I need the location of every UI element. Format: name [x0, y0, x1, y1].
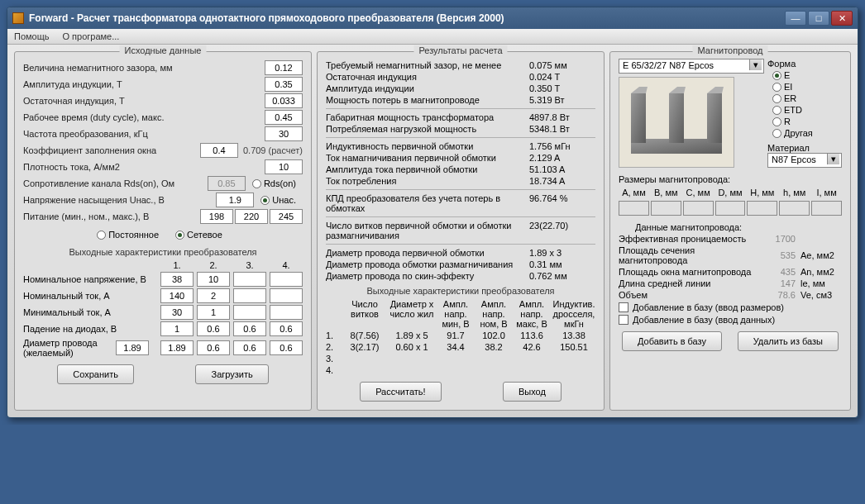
material-label: Материал — [767, 143, 842, 153]
save-button[interactable]: Сохранить — [57, 364, 134, 384]
out-cell-2-2 — [389, 354, 435, 364]
input-gap[interactable] — [265, 60, 303, 75]
input-dwire-pre[interactable] — [116, 340, 149, 355]
radio-rdson[interactable]: Rds(on) — [252, 178, 296, 188]
svg-rect-1 — [631, 93, 646, 143]
out-th-6: Индуктив. дросселя, мкГн — [552, 299, 595, 329]
input-vnom-2[interactable] — [197, 272, 230, 287]
input-inom-1[interactable] — [160, 288, 194, 303]
input-usat[interactable] — [216, 193, 254, 207]
input-imin-4[interactable] — [270, 305, 303, 320]
dims-label: Размеры магнитопровода: — [619, 174, 842, 184]
maximize-button[interactable]: □ — [808, 11, 829, 26]
core-image — [619, 77, 734, 168]
input-duty[interactable] — [265, 110, 303, 125]
chk-add-dims[interactable]: Добавление в базу (ввод размеров) — [619, 302, 842, 312]
result-label-r13: Диаметр провода первичной обмотки — [326, 248, 529, 258]
svg-marker-5 — [669, 87, 686, 93]
radio-form-e[interactable]: E — [772, 70, 835, 80]
result-val-r3: 0.350 T — [529, 83, 595, 93]
minimize-button[interactable]: — — [785, 11, 806, 26]
radio-form-etd[interactable]: ETD — [772, 105, 835, 115]
input-dwire-3[interactable] — [233, 340, 266, 355]
input-ampl[interactable] — [265, 77, 303, 92]
label-supply: Питание (мин., ном., макс.), В — [23, 212, 200, 221]
result-label-r6: Потребляемая нагрузкой мощность — [326, 124, 529, 134]
input-inom-4[interactable] — [270, 288, 303, 303]
result-val-r11: 96.764 % — [529, 193, 595, 213]
del-db-button[interactable]: Удалить из базы — [738, 331, 839, 351]
result-label-r1: Требуемый немагнитный зазор, не менее — [326, 60, 529, 70]
out-th-2: Диаметр x число жил — [389, 299, 435, 329]
out-col-1: 1. — [160, 260, 194, 270]
out-cell-1-5: 42.6 — [514, 342, 549, 352]
result-val-r15: 0.762 мм — [529, 271, 595, 281]
radio-form-r[interactable]: R — [772, 116, 835, 126]
exit-button[interactable]: Выход — [503, 382, 562, 402]
result-val-r9: 51.103 A — [529, 164, 595, 174]
radio-ac[interactable]: Сетевое — [175, 230, 222, 240]
result-label-r10: Ток потребления — [326, 176, 529, 186]
panel-results: Результаты расчета Требуемый немагнитный… — [317, 51, 605, 411]
input-vdrop-2[interactable] — [197, 321, 230, 336]
out-cell-3-6 — [552, 365, 595, 375]
input-fill[interactable] — [200, 143, 238, 158]
menu-about[interactable]: О програме... — [63, 31, 120, 41]
result-label-r8: Ток намагничивания первичной обмотки — [326, 153, 529, 163]
result-val-r7: 1.756 мГн — [529, 141, 595, 151]
close-button[interactable]: ✕ — [831, 11, 853, 26]
radio-usat[interactable]: Uнас. — [260, 195, 296, 205]
out-cell-3-4 — [476, 365, 511, 375]
input-supply-max[interactable] — [270, 209, 303, 224]
out-cell-1-0: 2. — [326, 342, 341, 352]
chk-add-data[interactable]: Добавление в базу (ввод данных) — [619, 315, 842, 325]
titlebar[interactable]: Forward - Расчет трансформатора однотакт… — [7, 7, 858, 29]
add-db-button[interactable]: Добавить в базу — [622, 331, 722, 351]
load-button[interactable]: Загрузить — [195, 364, 268, 384]
app-icon — [12, 12, 24, 24]
input-supply-min[interactable] — [200, 209, 233, 224]
input-vdrop-3[interactable] — [233, 321, 266, 336]
dim-input-0 — [619, 201, 649, 216]
core-select[interactable]: E 65/32/27 N87 Epcos — [619, 59, 764, 74]
out-cell-1-4: 38.2 — [476, 342, 511, 352]
material-select[interactable]: N87 Epcos — [767, 153, 842, 168]
input-dwire-2[interactable] — [197, 340, 230, 355]
core-data-label: Данные магнитопровода: — [635, 222, 842, 232]
radio-form-другая[interactable]: Другая — [772, 128, 835, 138]
input-imin-3[interactable] — [233, 305, 266, 320]
input-vdrop-4[interactable] — [270, 321, 303, 336]
input-supply-nom[interactable] — [235, 209, 268, 224]
input-resid[interactable] — [265, 93, 303, 108]
radio-form-ei[interactable]: EI — [772, 82, 835, 92]
input-vnom-1[interactable] — [160, 272, 194, 287]
input-inom-3[interactable] — [233, 288, 266, 303]
input-vnom-3[interactable] — [233, 272, 266, 287]
menu-help[interactable]: Помощь — [14, 31, 50, 41]
input-imin-1[interactable] — [160, 305, 194, 320]
out-th-0 — [326, 299, 341, 329]
input-jdens[interactable] — [265, 159, 303, 174]
input-vdrop-1[interactable] — [160, 321, 194, 336]
input-vnom-4[interactable] — [270, 272, 303, 287]
label-vdrop: Падение на диодах, В — [23, 324, 157, 334]
out-cell-0-6: 13.38 — [552, 330, 595, 340]
input-dwire-1[interactable] — [160, 340, 194, 355]
dim-input-4 — [747, 201, 777, 216]
result-val-r6: 5348.1 Вт — [529, 124, 595, 134]
input-inom-2[interactable] — [197, 288, 230, 303]
radio-dc[interactable]: Постоянное — [97, 230, 159, 240]
input-freq[interactable] — [265, 126, 303, 141]
calc-button[interactable]: Рассчитать! — [360, 382, 441, 402]
dim-input-5 — [779, 201, 810, 216]
input-rdson — [208, 176, 246, 191]
input-dwire-4[interactable] — [270, 340, 303, 355]
label-ve: Объем — [619, 290, 757, 300]
radio-form-er[interactable]: ER — [772, 93, 835, 103]
result-val-r2: 0.024 T — [529, 72, 595, 82]
out-cell-0-1: 8(7.56) — [344, 330, 385, 340]
val-ae: 535 — [762, 250, 796, 260]
input-imin-2[interactable] — [197, 305, 230, 320]
result-label-r15: Диаметр провода по скин-эффекту — [326, 271, 529, 281]
label-usat: Напряжение насыщения Uнас., B — [23, 195, 216, 205]
